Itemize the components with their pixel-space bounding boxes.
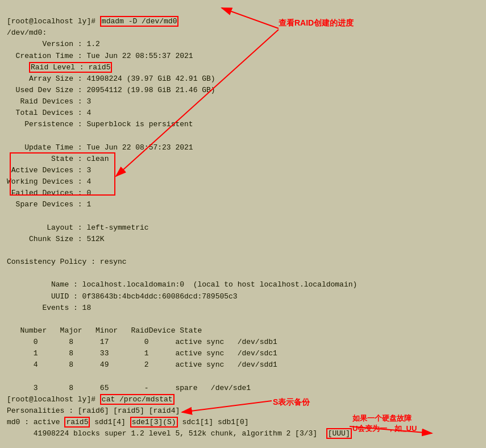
devices-highlight-box bbox=[10, 152, 115, 196]
prompt-line-1: [root@localhost ly]# mdadm -D /dev/md0 /… bbox=[7, 16, 215, 163]
sde1-inline: sde1[3](S) bbox=[130, 417, 178, 428]
raid5-inline: raid5 bbox=[64, 417, 90, 428]
layout-section: Layout : left-symmetric Chunk Size : 512… bbox=[7, 223, 357, 439]
raid-level-line: Raid Level : raid5 bbox=[29, 62, 112, 73]
mdadm-command: mdadm -D /dev/md0 bbox=[100, 16, 179, 27]
cat-mdstat-command: cat /proc/mdstat bbox=[100, 394, 175, 405]
terminal-output: [root@localhost ly]# mdadm -D /dev/md0 /… bbox=[0, 0, 486, 448]
uuu-box: [UUU] bbox=[326, 428, 352, 439]
